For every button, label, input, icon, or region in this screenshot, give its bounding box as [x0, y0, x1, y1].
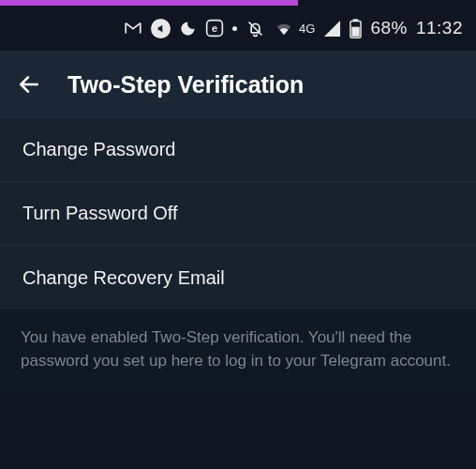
moon-icon	[179, 20, 197, 38]
svg-text:e: e	[212, 23, 217, 34]
status-bar: e 4G 68% 11:32	[0, 6, 476, 51]
footer-description: You have enabled Two-Step verification. …	[0, 310, 476, 393]
gmail-icon	[124, 22, 142, 35]
wifi-icon	[274, 20, 294, 37]
battery-pct: 68%	[370, 18, 408, 38]
clock-time: 11:32	[416, 18, 463, 38]
turn-password-off-item[interactable]: Turn Password Off	[0, 182, 476, 246]
settings-list: Change Password Turn Password Off Change…	[0, 118, 476, 310]
change-password-item[interactable]: Change Password	[0, 118, 476, 182]
battery-icon	[350, 19, 362, 38]
sound-icon	[151, 19, 171, 38]
list-item-label: Change Recovery Email	[22, 267, 225, 289]
header-bar: Two-Step Verification	[0, 51, 476, 118]
list-item-label: Change Password	[22, 139, 175, 160]
signal-icon	[323, 20, 341, 38]
list-item-label: Turn Password Off	[22, 203, 178, 224]
page-title: Two-Step Verification	[67, 71, 304, 98]
network-label: 4G	[299, 22, 315, 36]
dot-icon	[232, 26, 237, 31]
bell-off-icon	[245, 19, 265, 38]
arrow-left-icon	[17, 72, 41, 97]
svg-rect-4	[352, 26, 360, 36]
back-button[interactable]	[17, 72, 41, 97]
change-recovery-email-item[interactable]: Change Recovery Email	[0, 246, 476, 310]
square-e-icon: e	[205, 19, 224, 38]
